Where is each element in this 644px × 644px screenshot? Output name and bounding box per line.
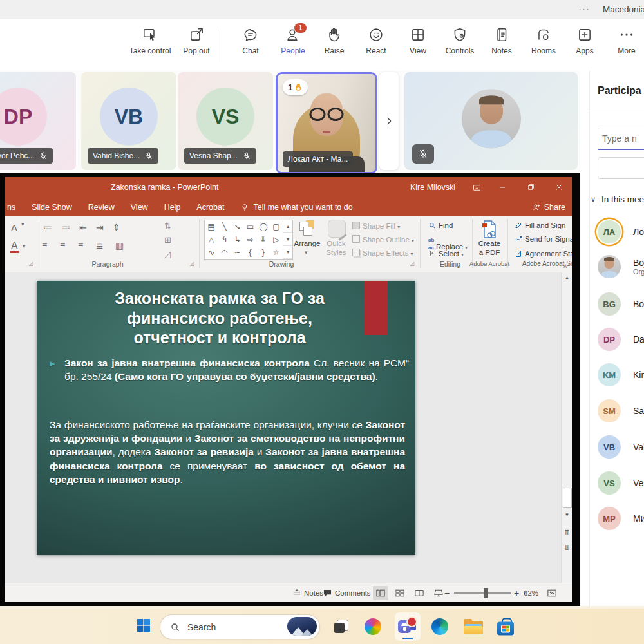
notes-toggle-button[interactable]: Notes	[293, 583, 323, 602]
paragraph-dialog-launcher[interactable]: ◿	[190, 261, 194, 267]
fit-slide-to-window-button[interactable]	[544, 586, 560, 600]
shape-gallery[interactable]: ▤ ╲ ↘ ▭ ◯ ▢ △ ↰ ↳ ⇨ ⇩ ▷ ∿ ◠ ∼	[204, 220, 293, 260]
shape-elbow-icon[interactable]: ↰	[218, 233, 231, 246]
scroll-up-button[interactable]: ▲	[562, 275, 572, 281]
gallery-up-icon[interactable]: ▴	[283, 220, 292, 233]
in-meeting-section[interactable]: ∨ In this mee	[591, 194, 644, 204]
previous-slide-button[interactable]: ⇈	[562, 529, 572, 536]
taskbar-search[interactable]: Search	[160, 614, 320, 639]
close-button[interactable]	[548, 179, 570, 196]
raise-hand-button[interactable]: Raise	[314, 26, 355, 68]
minimize-button[interactable]	[491, 179, 513, 196]
shape-callout-icon[interactable]: ▷	[270, 233, 283, 246]
shape-fill-button[interactable]: Shape Fill▾	[352, 222, 400, 230]
send-for-signature-button[interactable]: Send for Signature	[515, 235, 572, 243]
participant-row[interactable]: SM Sa	[598, 398, 644, 424]
font-dialog-launcher[interactable]: ◿	[29, 261, 33, 267]
participant-search-input[interactable]: Type a n	[598, 128, 644, 150]
participant-row[interactable]: BG Bo	[598, 291, 644, 317]
controls-button[interactable]: Controls	[439, 26, 480, 68]
shape-arrow-icon[interactable]: ↘	[231, 220, 243, 233]
tell-me-box[interactable]: Tell me what you want to do	[240, 203, 352, 212]
shape-triangle-icon[interactable]: △	[205, 233, 218, 246]
participant-tile[interactable]: VB Vahid Bishe...	[81, 72, 176, 170]
participant-video-tile[interactable]: 1 Локал Акт - Ма...	[276, 72, 377, 174]
participant-row[interactable]: ЛА Ло	[598, 219, 644, 245]
more-options-icon[interactable]: ···	[578, 3, 590, 14]
file-explorer-button[interactable]	[464, 619, 483, 634]
numbering-icon[interactable]: ≕	[61, 223, 70, 232]
view-button[interactable]: View	[397, 26, 439, 68]
gallery-more-icon[interactable]: ▾	[283, 246, 292, 259]
shape-gallery-scroll[interactable]: ▴ ▾ ▾	[283, 220, 292, 259]
participant-row[interactable]: VB Vah	[598, 434, 644, 460]
drawing-dialog-launcher[interactable]: ◿	[410, 261, 414, 267]
shape-line-icon[interactable]: ╲	[218, 220, 231, 233]
vertical-scrollbar[interactable]: ▲ ▼ ⇈ ⇊	[561, 272, 572, 583]
gallery-down-icon[interactable]: ▾	[283, 233, 292, 246]
shape-oval-icon[interactable]: ◯	[257, 220, 270, 233]
rooms-button[interactable]: Rooms	[523, 26, 564, 68]
bullets-icon[interactable]: ≔	[43, 223, 52, 232]
scroll-down-button[interactable]: ▼	[562, 512, 572, 518]
replace-button[interactable]: abacReplace▾	[428, 235, 468, 251]
participant-row[interactable]: DP Da	[598, 327, 644, 352]
align-right-icon[interactable]: ≡	[78, 241, 83, 250]
slide-canvas[interactable]: Законската рамка за ГО за финансиско раб…	[37, 281, 415, 555]
comments-toggle-button[interactable]: Comments	[323, 583, 371, 602]
justify-icon[interactable]: ≣	[96, 241, 104, 250]
zoom-slider-thumb[interactable]	[484, 588, 488, 598]
fill-and-sign-button[interactable]: Fill and Sign	[515, 222, 565, 229]
font-size-icon[interactable]: A	[11, 223, 17, 232]
shape-left-brace-icon[interactable]: {	[243, 246, 256, 259]
zoom-in-button[interactable]: +	[514, 583, 519, 602]
participant-row[interactable]: VS Ves	[598, 470, 644, 496]
agreement-status-button[interactable]: Agreement Status	[515, 250, 572, 258]
participant-row[interactable]: MP Ми	[598, 506, 644, 531]
participant-tile[interactable]: DP vor Pehc...	[0, 72, 76, 170]
scrollbar-thumb[interactable]	[563, 488, 572, 508]
expand-tiles-button[interactable]	[379, 72, 399, 170]
ribbon-tab-slideshow[interactable]: Slide Show	[32, 203, 72, 212]
participant-row[interactable]: KM Kir	[598, 362, 644, 388]
ribbon-display-options-button[interactable]	[466, 179, 488, 196]
quick-styles-button[interactable]: Quick	[327, 240, 345, 247]
ribbon-tab-help[interactable]: Help	[164, 203, 181, 212]
shape-elbow-arrow-icon[interactable]: ↳	[231, 233, 243, 246]
select-button[interactable]: Select▾	[428, 250, 464, 258]
people-button[interactable]: 1 People	[272, 26, 314, 68]
zoom-level-value[interactable]: 62%	[524, 583, 538, 602]
normal-view-button[interactable]	[373, 586, 388, 600]
chat-button[interactable]: Chat	[230, 26, 271, 68]
participant-tile[interactable]: VS Vesna Shap...	[178, 72, 273, 170]
edge-button[interactable]	[431, 618, 448, 635]
panel-action-button[interactable]	[598, 157, 644, 179]
react-button[interactable]: React	[355, 26, 397, 68]
next-slide-button[interactable]: ⇊	[562, 544, 572, 551]
start-button[interactable]	[137, 618, 151, 635]
font-color-icon[interactable]: A	[11, 241, 18, 251]
smartart-convert-icon[interactable]: ◿	[164, 250, 171, 258]
shape-outline-button[interactable]: Shape Outline▾	[352, 235, 414, 243]
shape-down-arrow-icon[interactable]: ⇩	[257, 233, 270, 246]
text-direction-icon[interactable]: ⇅	[164, 222, 171, 230]
shape-effects-button[interactable]: Shape Effects▾	[352, 249, 413, 257]
shape-curve-icon[interactable]: ∼	[231, 246, 243, 259]
collapse-ribbon-button[interactable]: ∧	[563, 263, 567, 269]
decrease-indent-icon[interactable]: ⇤	[79, 223, 87, 232]
pop-out-button[interactable]: Pop out	[176, 26, 217, 68]
shape-rectangle-icon[interactable]: ▭	[243, 220, 256, 233]
apps-button[interactable]: Apps	[564, 26, 605, 68]
notes-button[interactable]: Notes	[481, 26, 522, 68]
shape-star-icon[interactable]: ☆	[270, 246, 283, 259]
shape-right-arrow-icon[interactable]: ⇨	[243, 233, 256, 246]
ribbon-tab-acrobat[interactable]: Acrobat	[196, 203, 224, 212]
task-view-button[interactable]	[334, 619, 349, 634]
more-button[interactable]: More	[606, 26, 644, 68]
align-text-icon[interactable]: ⊞	[164, 236, 171, 244]
restore-button[interactable]	[520, 179, 542, 196]
find-button[interactable]: Find	[428, 222, 453, 229]
zoom-slider-track[interactable]	[454, 592, 511, 594]
shape-scribble-icon[interactable]: ∿	[205, 246, 218, 259]
shape-rounded-rectangle-icon[interactable]: ▢	[270, 220, 283, 233]
